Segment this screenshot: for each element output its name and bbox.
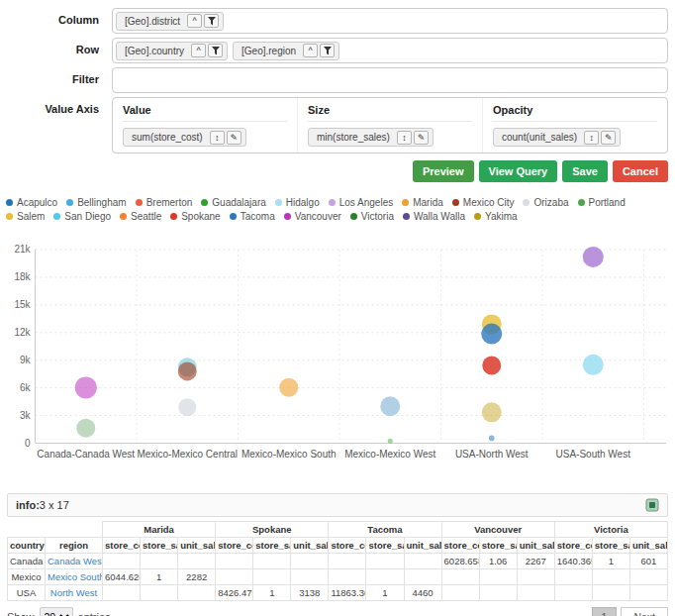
bubble-orizaba[interactable] bbox=[178, 398, 196, 416]
region-link[interactable]: Canada West bbox=[48, 556, 103, 566]
legend-dot-icon bbox=[53, 213, 60, 220]
bubble-acapulco[interactable] bbox=[380, 396, 400, 416]
export-icon[interactable] bbox=[645, 498, 659, 512]
column-field[interactable]: [Geo].district ^ bbox=[112, 8, 668, 34]
legend-item-mexico-city[interactable]: Mexico City bbox=[452, 196, 515, 209]
field-chip-label: [Geo].district bbox=[125, 16, 180, 27]
bubble-san-diego[interactable] bbox=[583, 355, 604, 375]
column-header: unit_sales bbox=[404, 538, 441, 554]
legend-item-acapulco[interactable]: Acapulco bbox=[6, 196, 57, 209]
legend-item-label: Yakima bbox=[485, 210, 518, 223]
column-header: store_sales bbox=[141, 538, 178, 554]
save-button[interactable]: Save bbox=[562, 160, 608, 182]
sort-updown-button[interactable]: ↕ bbox=[210, 131, 225, 145]
legend-item-hidalgo[interactable]: Hidalgo bbox=[275, 196, 320, 209]
bubble-vancouver[interactable] bbox=[75, 376, 97, 398]
field-chip[interactable]: [Geo].country ^ bbox=[116, 42, 228, 60]
category-label: USA-South West bbox=[556, 449, 631, 460]
legend-dot-icon bbox=[6, 199, 13, 206]
legend-item-san-diego[interactable]: San Diego bbox=[53, 210, 111, 223]
category-label: Mexico-Mexico West bbox=[344, 449, 435, 460]
value-cell bbox=[479, 585, 517, 601]
form-row-label: Row bbox=[0, 38, 112, 55]
category-label: Mexico-Mexico Central bbox=[137, 449, 238, 460]
bubble-tacoma[interactable] bbox=[481, 324, 502, 345]
sort-caret-button[interactable]: ^ bbox=[303, 44, 318, 57]
cancel-button[interactable]: Cancel bbox=[613, 160, 668, 182]
legend-item-marida[interactable]: Marida bbox=[402, 196, 443, 209]
sort-updown-button[interactable]: ↕ bbox=[584, 131, 599, 145]
edit-measure-button[interactable]: ✎ bbox=[601, 131, 616, 145]
entries-select[interactable]: 20 bbox=[40, 607, 73, 616]
bubble-marida[interactable] bbox=[279, 378, 298, 397]
field-chip[interactable]: [Geo].district ^ bbox=[116, 12, 224, 31]
measure-chip[interactable]: count(unit_sales) ↕ ✎ bbox=[493, 128, 621, 147]
bubble-bellingham[interactable] bbox=[489, 436, 495, 442]
region-cell: Canada West bbox=[46, 554, 103, 569]
value-cell bbox=[178, 554, 216, 569]
edit-measure-button[interactable]: ✎ bbox=[414, 131, 429, 145]
value-cell bbox=[103, 585, 141, 601]
legend-item-seattle[interactable]: Seattle bbox=[120, 210, 161, 223]
legend-item-yakima[interactable]: Yakima bbox=[474, 210, 518, 223]
value-cell bbox=[216, 569, 253, 585]
measure-chip-label: sum(store_cost) bbox=[132, 132, 203, 143]
country-cell: Canada bbox=[8, 554, 46, 569]
sort-updown-button[interactable]: ↕ bbox=[397, 131, 412, 145]
value-cell bbox=[554, 569, 592, 585]
bubble-guadalajara[interactable] bbox=[388, 439, 393, 444]
filter-button[interactable] bbox=[208, 44, 223, 57]
form-row: Column [Geo].district ^ bbox=[0, 8, 668, 34]
value-axis-column: Size min(store_sales) ↕ ✎ bbox=[297, 98, 482, 153]
edit-measure-button[interactable]: ✎ bbox=[227, 131, 241, 145]
info-bar: info: 3 x 17 bbox=[7, 493, 668, 517]
value-cell bbox=[404, 554, 441, 569]
legend-item-bremerton[interactable]: Bremerton bbox=[136, 196, 193, 209]
bubble-spokane[interactable] bbox=[482, 357, 501, 375]
legend-item-portland[interactable]: Portland bbox=[578, 196, 626, 209]
preview-button[interactable]: Preview bbox=[413, 160, 474, 182]
value-axis-box: Value sum(store_cost) ↕ ✎ Size min(store… bbox=[112, 97, 668, 154]
filter-button[interactable] bbox=[320, 44, 335, 57]
region-link[interactable]: North West bbox=[50, 587, 97, 598]
filter-icon bbox=[212, 47, 220, 55]
legend-item-guadalajara[interactable]: Guadalajara bbox=[201, 196, 265, 209]
country-cell: USA bbox=[8, 585, 46, 601]
filter-button[interactable] bbox=[204, 14, 219, 28]
filter-field[interactable] bbox=[112, 67, 668, 93]
legend-item-spokane[interactable]: Spokane bbox=[170, 210, 220, 223]
legend-item-victoria[interactable]: Victoria bbox=[350, 210, 394, 223]
legend-item-bellingham[interactable]: Bellingham bbox=[66, 196, 126, 209]
legend-dot-icon bbox=[284, 213, 291, 220]
bubble-los-angeles[interactable] bbox=[583, 247, 604, 267]
value-cell: 6044.6266 bbox=[103, 569, 141, 585]
measure-chip[interactable]: min(store_sales) ↕ ✎ bbox=[308, 128, 434, 147]
legend-item-salem[interactable]: Salem bbox=[6, 210, 45, 223]
sort-caret-button[interactable]: ^ bbox=[187, 14, 202, 28]
value-cell bbox=[178, 585, 216, 601]
value-cell bbox=[517, 569, 554, 585]
value-cell bbox=[253, 569, 291, 585]
page-1-button[interactable]: 1 bbox=[592, 607, 618, 616]
legend-item-tacoma[interactable]: Tacoma bbox=[230, 210, 275, 223]
sort-caret-button[interactable]: ^ bbox=[191, 44, 206, 57]
value-cell bbox=[554, 585, 592, 601]
bubble-yakima[interactable] bbox=[482, 402, 502, 422]
pivot-table: MaridaSpokaneTacomaVancouverVictoriacoun… bbox=[7, 521, 668, 601]
group-header-tacoma: Tacoma bbox=[329, 522, 441, 538]
next-page-button[interactable]: Next bbox=[621, 607, 668, 616]
legend-item-orizaba[interactable]: Orizaba bbox=[523, 196, 568, 209]
region-link[interactable]: Mexico South bbox=[48, 571, 103, 582]
bubble-victoria[interactable] bbox=[76, 419, 95, 438]
legend-item-los-angeles[interactable]: Los Angeles bbox=[329, 196, 394, 209]
legend-dot-icon bbox=[578, 199, 585, 206]
row-field[interactable]: [Geo].country ^ [Geo].region ^ bbox=[112, 38, 668, 63]
bubble-mexico-city[interactable] bbox=[178, 361, 197, 380]
value-cell: 11863.3647 bbox=[329, 585, 366, 601]
field-chip[interactable]: [Geo].region ^ bbox=[233, 42, 339, 60]
legend-dot-icon bbox=[403, 213, 410, 220]
legend-item-vancouver[interactable]: Vancouver bbox=[284, 210, 341, 223]
view-query-button[interactable]: View Query bbox=[479, 160, 558, 182]
legend-item-walla-walla[interactable]: Walla Walla bbox=[403, 210, 465, 223]
measure-chip[interactable]: sum(store_cost) ↕ ✎ bbox=[123, 128, 246, 147]
